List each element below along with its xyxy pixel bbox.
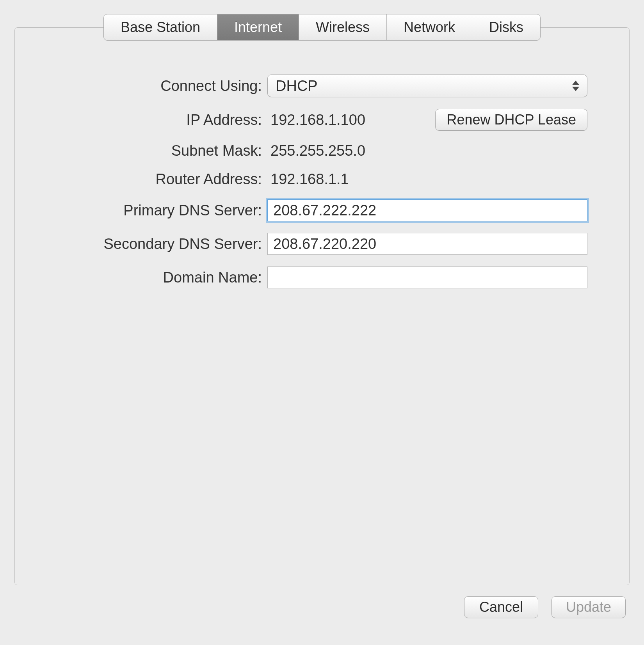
cancel-button[interactable]: Cancel	[464, 596, 538, 618]
label-router-address: Router Address:	[49, 171, 267, 188]
settings-window: Base Station Internet Wireless Network D…	[0, 0, 644, 645]
label-connect-using: Connect Using:	[49, 78, 267, 94]
subnet-mask-value: 255.255.255.0	[267, 142, 365, 159]
label-primary-dns: Primary DNS Server:	[49, 202, 267, 219]
row-router-address: Router Address: 192.168.1.1	[49, 171, 595, 188]
row-primary-dns: Primary DNS Server:	[49, 199, 595, 221]
row-domain-name: Domain Name:	[49, 267, 595, 288]
domain-name-input[interactable]	[267, 267, 587, 288]
router-address-value: 192.168.1.1	[267, 171, 349, 188]
tab-internet[interactable]: Internet	[217, 14, 299, 40]
tab-network[interactable]: Network	[387, 14, 472, 40]
label-ip-address: IP Address:	[49, 112, 267, 128]
row-connect-using: Connect Using: DHCP	[49, 75, 595, 97]
update-button[interactable]: Update	[551, 596, 626, 618]
tab-bar: Base Station Internet Wireless Network D…	[103, 14, 541, 41]
tab-base-station[interactable]: Base Station	[104, 14, 217, 40]
connect-using-select[interactable]: DHCP	[267, 75, 587, 97]
row-subnet-mask: Subnet Mask: 255.255.255.0	[49, 142, 595, 159]
internet-settings-pane: Connect Using: DHCP IP Address:	[14, 27, 630, 585]
row-ip-address: IP Address: 192.168.1.100 Renew DHCP Lea…	[49, 109, 595, 131]
connect-using-value: DHCP	[276, 78, 318, 94]
row-secondary-dns: Secondary DNS Server:	[49, 233, 595, 255]
tab-disks[interactable]: Disks	[472, 14, 540, 40]
secondary-dns-input[interactable]	[267, 233, 587, 255]
label-domain-name: Domain Name:	[49, 269, 267, 286]
footer-button-bar: Cancel Update	[14, 596, 630, 618]
internet-settings-form: Connect Using: DHCP IP Address:	[49, 75, 595, 288]
label-subnet-mask: Subnet Mask:	[49, 142, 267, 159]
ip-address-value: 192.168.1.100	[267, 112, 365, 128]
label-secondary-dns: Secondary DNS Server:	[49, 236, 267, 252]
primary-dns-input[interactable]	[267, 199, 587, 221]
renew-dhcp-lease-button[interactable]: Renew DHCP Lease	[435, 109, 587, 131]
tab-wireless[interactable]: Wireless	[299, 14, 387, 40]
